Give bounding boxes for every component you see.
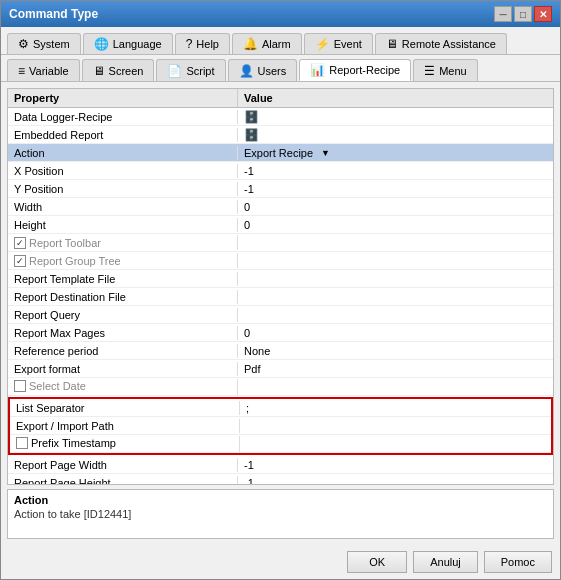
- row-data-logger[interactable]: Data Logger-Recipe 🗄️: [8, 108, 553, 126]
- row-export-import-path[interactable]: Export / Import Path: [10, 417, 551, 435]
- maximize-button[interactable]: □: [514, 6, 532, 22]
- window-title: Command Type: [9, 7, 98, 21]
- val-report-toolbar: [238, 242, 553, 244]
- prop-report-group-tree: Report Group Tree: [8, 253, 238, 268]
- tab-row-2: ≡ Variable 🖥 Screen 📄 Script 👤 Users 📊 R…: [1, 55, 560, 82]
- tab-event[interactable]: ⚡ Event: [304, 33, 373, 54]
- val-select-date: [238, 386, 553, 388]
- row-report-template-file[interactable]: Report Template File: [8, 270, 553, 288]
- tab-screen-label: Screen: [109, 65, 144, 77]
- tab-report-label: Report-Recipe: [329, 64, 400, 76]
- prop-prefix-timestamp: Prefix Timestamp: [10, 436, 240, 452]
- val-export-import-path: [240, 425, 551, 427]
- prop-report-max-pages: Report Max Pages: [8, 326, 238, 340]
- screen-icon: 🖥: [93, 64, 105, 78]
- system-icon: ⚙: [18, 37, 29, 51]
- row-y-position[interactable]: Y Position -1: [8, 180, 553, 198]
- title-bar-buttons: ─ □ ✕: [494, 6, 552, 22]
- tab-language[interactable]: 🌐 Language: [83, 33, 173, 54]
- val-report-max-pages: 0: [238, 326, 553, 340]
- val-width: 0: [238, 200, 553, 214]
- row-export-format[interactable]: Export format Pdf: [8, 360, 553, 378]
- cancel-button[interactable]: Anuluj: [413, 551, 478, 573]
- tab-users[interactable]: 👤 Users: [228, 59, 298, 81]
- help-button[interactable]: Pomoc: [484, 551, 552, 573]
- row-select-date[interactable]: Select Date: [8, 378, 553, 396]
- row-list-separator[interactable]: List Separator ;: [10, 399, 551, 417]
- report-toolbar-checkbox[interactable]: [14, 237, 26, 249]
- prop-x-position: X Position: [8, 164, 238, 178]
- info-text: Action to take [ID12441]: [14, 508, 547, 520]
- val-report-dest-file: [238, 296, 553, 298]
- close-button[interactable]: ✕: [534, 6, 552, 22]
- tab-remote[interactable]: 🖥 Remote Assistance: [375, 33, 507, 54]
- row-report-toolbar[interactable]: Report Toolbar: [8, 234, 553, 252]
- report-group-tree-checkbox[interactable]: [14, 255, 26, 267]
- tab-menu[interactable]: ☰ Menu: [413, 59, 478, 81]
- ok-button[interactable]: OK: [347, 551, 407, 573]
- row-action[interactable]: Action Export Recipe ▼: [8, 144, 553, 162]
- row-width[interactable]: Width 0: [8, 198, 553, 216]
- info-panel: Action Action to take [ID12441]: [7, 489, 554, 539]
- tab-users-label: Users: [258, 65, 287, 77]
- prop-export-format: Export format: [8, 362, 238, 376]
- tab-help[interactable]: ? Help: [175, 33, 230, 54]
- users-icon: 👤: [239, 64, 254, 78]
- action-value: Export Recipe: [244, 147, 313, 159]
- row-report-query[interactable]: Report Query: [8, 306, 553, 324]
- tab-script-label: Script: [186, 65, 214, 77]
- row-embedded-report[interactable]: Embedded Report 🗄️: [8, 126, 553, 144]
- row-x-position[interactable]: X Position -1: [8, 162, 553, 180]
- alarm-icon: 🔔: [243, 37, 258, 51]
- report-group-tree-label: Report Group Tree: [29, 255, 121, 267]
- tab-alarm[interactable]: 🔔 Alarm: [232, 33, 302, 54]
- prop-report-query: Report Query: [8, 308, 238, 322]
- language-icon: 🌐: [94, 37, 109, 51]
- row-report-group-tree[interactable]: Report Group Tree: [8, 252, 553, 270]
- tab-screen[interactable]: 🖥 Screen: [82, 59, 155, 81]
- remote-icon: 🖥: [386, 37, 398, 51]
- help-icon: ?: [186, 37, 193, 51]
- val-height: 0: [238, 218, 553, 232]
- prop-report-template-file: Report Template File: [8, 272, 238, 286]
- val-data-logger: 🗄️: [238, 109, 553, 125]
- prop-report-page-height: Report Page Height: [8, 476, 238, 485]
- header-value: Value: [238, 89, 553, 107]
- tab-system-label: System: [33, 38, 70, 50]
- tab-menu-label: Menu: [439, 65, 467, 77]
- prop-height: Height: [8, 218, 238, 232]
- tab-script[interactable]: 📄 Script: [156, 59, 225, 81]
- tab-help-label: Help: [196, 38, 219, 50]
- red-border-group: List Separator ; Export / Import Path: [8, 397, 553, 455]
- row-report-page-width[interactable]: Report Page Width -1: [8, 456, 553, 474]
- tab-system[interactable]: ⚙ System: [7, 33, 81, 54]
- prop-export-import-path: Export / Import Path: [10, 419, 240, 433]
- val-report-query: [238, 314, 553, 316]
- prop-embedded-report: Embedded Report: [8, 128, 238, 142]
- header-property: Property: [8, 89, 238, 107]
- tab-report[interactable]: 📊 Report-Recipe: [299, 59, 411, 81]
- row-prefix-timestamp[interactable]: Prefix Timestamp: [10, 435, 551, 453]
- main-content: Property Value Data Logger-Recipe 🗄️ Emb…: [1, 82, 560, 545]
- row-report-dest-file[interactable]: Report Destination File: [8, 288, 553, 306]
- val-reference-period: None: [238, 344, 553, 358]
- val-y-position: -1: [238, 182, 553, 196]
- prop-reference-period: Reference period: [8, 344, 238, 358]
- row-reference-period[interactable]: Reference period None: [8, 342, 553, 360]
- title-bar: Command Type ─ □ ✕: [1, 1, 560, 27]
- row-report-max-pages[interactable]: Report Max Pages 0: [8, 324, 553, 342]
- val-list-separator: ;: [240, 401, 551, 415]
- row-report-page-height[interactable]: Report Page Height -1: [8, 474, 553, 484]
- table-body: Data Logger-Recipe 🗄️ Embedded Report 🗄️…: [8, 108, 553, 484]
- script-icon: 📄: [167, 64, 182, 78]
- select-date-label: Select Date: [29, 380, 86, 392]
- variable-icon: ≡: [18, 64, 25, 78]
- prefix-timestamp-checkbox[interactable]: [16, 437, 28, 449]
- tab-language-label: Language: [113, 38, 162, 50]
- select-date-checkbox[interactable]: [14, 380, 26, 392]
- row-height[interactable]: Height 0: [8, 216, 553, 234]
- minimize-button[interactable]: ─: [494, 6, 512, 22]
- prop-y-position: Y Position: [8, 182, 238, 196]
- bottom-buttons: OK Anuluj Pomoc: [1, 545, 560, 579]
- tab-variable[interactable]: ≡ Variable: [7, 59, 80, 81]
